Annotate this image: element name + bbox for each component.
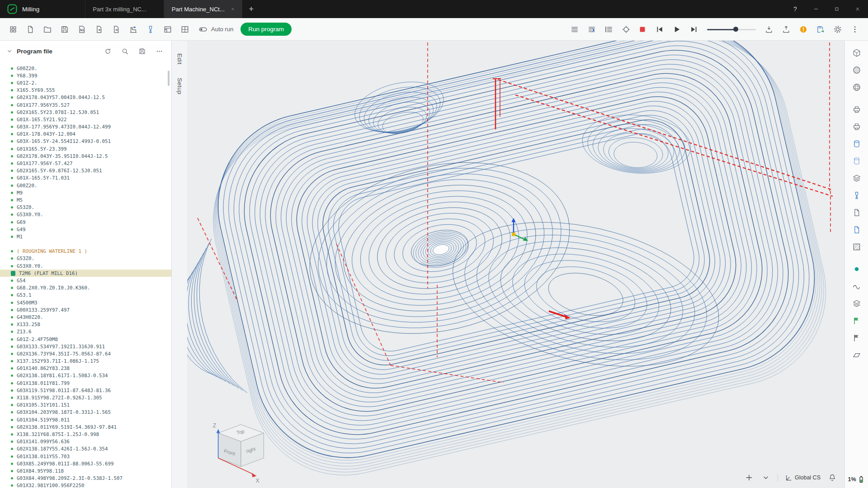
- gcode-list[interactable]: G00Z20. Y68.399 G01Z-2. X165.5Y69.555: [0, 62, 171, 488]
- toolpath-visibility-button[interactable]: [850, 207, 863, 218]
- document-tab[interactable]: Part Machine_NCt...: [164, 0, 242, 18]
- gcode-line[interactable]: G53Z0.: [0, 204, 171, 211]
- surfaces-toggle-button[interactable]: [850, 298, 863, 309]
- gcode-line[interactable]: G49: [0, 226, 171, 233]
- gcode-line[interactable]: M1: [0, 233, 171, 240]
- gcode-line[interactable]: G53X0.Y0.: [0, 262, 171, 270]
- gcode-line[interactable]: G02X138.187Y55.426I-1.56J-0.354: [0, 445, 171, 453]
- notifications-button[interactable]: [827, 473, 837, 483]
- curves-toggle-button[interactable]: [850, 280, 863, 292]
- step-back-button[interactable]: [652, 22, 667, 37]
- section-view-button[interactable]: [850, 241, 863, 252]
- gcode-line[interactable]: T2M6 (FLAT MILL D16): [0, 270, 171, 277]
- gcode-line[interactable]: G43H0Z20.: [0, 313, 171, 321]
- gcode-line[interactable]: X118.915Y98.272I-0.926J-1.305: [0, 394, 171, 401]
- gcode-line[interactable]: Y68.399: [0, 72, 171, 79]
- gcode-line[interactable]: G01X-178.043Y-12.004: [0, 131, 171, 138]
- flags-toggle-button[interactable]: [850, 315, 863, 326]
- gcode-line[interactable]: G02X138.011Y69.519I-54.369J-97.841: [0, 423, 171, 431]
- load-from-machine-button[interactable]: [778, 22, 794, 37]
- play-button[interactable]: [669, 22, 684, 37]
- zoom-in-button[interactable]: [744, 473, 754, 483]
- gcode-line[interactable]: G01X-165.5Y-71.031: [0, 175, 171, 182]
- part-visibility-button[interactable]: [850, 224, 863, 235]
- export-nc-button[interactable]: [108, 22, 124, 37]
- gcode-line[interactable]: G03X104.203Y98.187I-0.331J-1.565: [0, 409, 171, 416]
- search-button[interactable]: [120, 46, 130, 56]
- maximize-button[interactable]: [826, 0, 847, 18]
- gcode-line[interactable]: S4500M3: [0, 299, 171, 306]
- apps-menu-button[interactable]: [5, 22, 21, 37]
- program-view-button[interactable]: [567, 22, 582, 37]
- app-home-tab[interactable]: Milling: [0, 0, 47, 18]
- follow-tool-button[interactable]: [618, 22, 634, 37]
- gcode-line[interactable]: X138.321Y68.875I-1.25J-0.998: [0, 431, 171, 438]
- view-cube[interactable]: Top Front right Z X: [207, 413, 275, 484]
- fixtures-visibility-button[interactable]: [850, 172, 863, 184]
- new-program-button[interactable]: [23, 22, 38, 37]
- gcode-line[interactable]: G02X178.043Y-35.951I0.044J-12.5: [0, 152, 171, 160]
- new-tab-button[interactable]: +: [242, 0, 260, 18]
- tab-setup[interactable]: Setup: [176, 78, 183, 95]
- gcode-line[interactable]: G01X138.011Y81.799: [0, 379, 171, 387]
- tooling-button[interactable]: [143, 22, 158, 37]
- open-program-button[interactable]: [40, 22, 55, 37]
- gcode-line[interactable]: G01X165.5Y-23.399: [0, 145, 171, 152]
- gcode-line[interactable]: G03X-177.956Y9.473I0.044J-12.499: [0, 123, 171, 131]
- gcode-line[interactable]: X133.258: [0, 321, 171, 328]
- gcode-line[interactable]: G03X-165.5Y-24.554I12.499J-0.051: [0, 138, 171, 145]
- run-program-button[interactable]: Run program: [241, 23, 292, 36]
- gcode-line[interactable]: G02X136.73Y94.351I-75.056J-87.64: [0, 350, 171, 357]
- panel-scrollbar[interactable]: [168, 62, 170, 488]
- gcode-line[interactable]: G53.1: [0, 292, 171, 299]
- document-tab[interactable]: Part 3x milling_NC...: [85, 0, 164, 18]
- gcode-line[interactable]: G01X177.956Y35.527: [0, 101, 171, 109]
- gcode-line[interactable]: G68.2X0.Y0.Z0.I0.J0.K360.: [0, 284, 171, 292]
- gcode-line[interactable]: G01Z-2.4F750M8: [0, 336, 171, 343]
- alerts-button[interactable]: [796, 22, 811, 37]
- view-options-button[interactable]: [761, 473, 771, 483]
- auto-run-toggle[interactable]: Auto run: [198, 24, 233, 34]
- gcode-line[interactable]: G03X84.498Y98.209Z-2.3I-0.538J-1.507: [0, 475, 171, 482]
- gcode-line[interactable]: G01X32.981Y100.956F2250: [0, 482, 171, 488]
- gcode-line[interactable]: G01Z-2.: [0, 79, 171, 86]
- gcode-line[interactable]: [0, 241, 171, 248]
- reload-program-button[interactable]: [103, 46, 113, 56]
- gcode-line[interactable]: M9: [0, 189, 171, 196]
- gcode-line[interactable]: G00Z20.: [0, 182, 171, 189]
- gcode-line[interactable]: G01X84.95Y98.118: [0, 467, 171, 474]
- gcode-line[interactable]: M5: [0, 196, 171, 204]
- gcode-line[interactable]: G01X-165.5Y21.922: [0, 116, 171, 123]
- step-forward-button[interactable]: [686, 22, 702, 37]
- viewport-3d[interactable]: Top Front right Z X Global CS: [187, 41, 844, 488]
- gcode-line[interactable]: G54: [0, 277, 171, 284]
- gcode-line[interactable]: G01X138.011Y55.703: [0, 453, 171, 460]
- gcode-line[interactable]: G53Z0.: [0, 255, 171, 262]
- collapse-panel-button[interactable]: [6, 48, 13, 54]
- block-select-button[interactable]: [601, 22, 617, 37]
- machine-setup-button[interactable]: [126, 22, 141, 37]
- workpiece-setup-button[interactable]: [160, 22, 175, 37]
- view-orientation-button[interactable]: [850, 47, 863, 58]
- help-button[interactable]: ?: [785, 0, 806, 18]
- send-to-machine-button[interactable]: [761, 22, 777, 37]
- gcode-line[interactable]: G03X133.534Y97.192I1.316J0.911: [0, 343, 171, 350]
- gcode-line[interactable]: X137.152Y93.71I-1.086J-1.175: [0, 358, 171, 365]
- gcode-line[interactable]: Z13.6: [0, 328, 171, 336]
- stop-button[interactable]: [635, 22, 650, 37]
- gcode-line[interactable]: X165.5Y69.555: [0, 87, 171, 94]
- tool-visibility-button[interactable]: [850, 190, 863, 201]
- labels-toggle-button[interactable]: [850, 332, 863, 343]
- goto-active-line-button[interactable]: [584, 22, 599, 37]
- save-program-button[interactable]: [57, 22, 72, 37]
- gcode-line[interactable]: G02X138.18Y81.617I-1.508J-0.534: [0, 372, 171, 379]
- panel-menu-button[interactable]: [154, 46, 164, 56]
- gcode-line[interactable]: G01X104.519Y98.011: [0, 416, 171, 423]
- slider-thumb[interactable]: [733, 27, 738, 32]
- shaded-edges-view-button[interactable]: [850, 81, 863, 93]
- settings-button[interactable]: [830, 22, 845, 37]
- gcode-line[interactable]: G00X133.259Y97.497: [0, 306, 171, 313]
- playback-speed-slider[interactable]: [707, 22, 756, 37]
- gcode-line[interactable]: G03X119.51Y98.011I-87.648J-81.36: [0, 387, 171, 394]
- gcode-line[interactable]: G02X178.043Y57.004I0.044J-12.5: [0, 94, 171, 101]
